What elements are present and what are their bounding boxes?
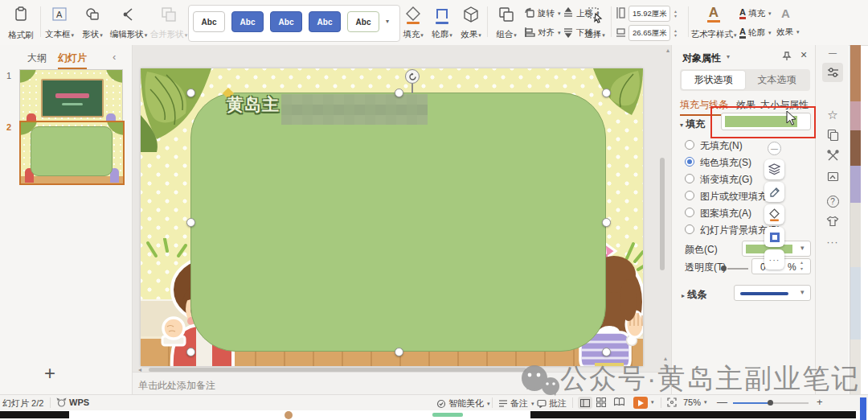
selected-shape[interactable] — [190, 93, 606, 352]
shape-width-field[interactable]: 26.65厘米 ▴▾ — [616, 25, 677, 41]
floating-toolbar-collapse-button[interactable]: — — [768, 142, 781, 155]
floating-more-button[interactable]: ··· — [764, 249, 784, 270]
shape-style-1[interactable]: Abc — [193, 11, 225, 32]
zoom-out-button[interactable]: — — [717, 396, 727, 408]
hscroll-left-icon[interactable]: ◂ — [138, 366, 141, 373]
slideshow-play-button[interactable] — [633, 397, 648, 409]
more-strip-icon[interactable]: ··· — [816, 237, 850, 248]
slide-title-text[interactable]: 黄岛主 — [227, 93, 280, 116]
selection-handle-top-mid[interactable] — [395, 89, 403, 97]
tab-slides[interactable]: 幻灯片 — [58, 51, 87, 69]
slide-editing-area[interactable]: 黄岛主 — [141, 68, 643, 366]
editing-canvas[interactable]: 黄岛主 — ··· ▴ ▴▾ — [133, 45, 671, 372]
view-reading-button[interactable] — [614, 397, 624, 408]
selection-handle-top-right[interactable] — [602, 89, 611, 97]
slide-thumbnail-2-selected[interactable] — [19, 121, 125, 185]
align-button[interactable]: 对齐▾ — [524, 27, 561, 39]
radio-solid-fill-label[interactable]: 纯色填充(S) — [700, 156, 751, 170]
radio-gradient-fill-label[interactable]: 渐变填充(G) — [700, 173, 752, 187]
zoom-slider-track[interactable] — [770, 402, 809, 404]
radio-no-fill-label[interactable]: 无填充(N) — [700, 139, 743, 153]
transparency-spinner[interactable]: ▴▾ — [800, 259, 803, 272]
rotate-handle[interactable] — [405, 69, 420, 84]
radio-pattern-fill-label[interactable]: 图案填充(A) — [700, 207, 751, 220]
scroll-up-icon[interactable]: ▴ — [666, 47, 669, 54]
divider — [487, 6, 488, 37]
selection-handle-top-left[interactable] — [186, 89, 195, 97]
selection-handle-left-mid[interactable] — [186, 218, 195, 227]
help-strip-icon[interactable]: ? — [816, 193, 850, 208]
floating-layers-button[interactable] — [764, 159, 784, 179]
skin-strip-icon[interactable] — [816, 216, 850, 230]
floating-fill-button[interactable] — [764, 204, 784, 224]
selection-handle-bottom-left[interactable] — [186, 348, 195, 356]
zoom-slider-handle[interactable] — [768, 400, 773, 406]
text-box-button[interactable]: A 文本框▾ — [42, 3, 77, 42]
radio-slide-background-fill[interactable] — [685, 224, 694, 234]
collapse-sidebar-icon[interactable]: ‹ — [113, 51, 116, 63]
floating-outline-button[interactable] — [764, 227, 784, 247]
star-strip-icon[interactable]: ☆ — [816, 108, 850, 122]
view-normal-button[interactable] — [578, 397, 592, 409]
zoom-in-button[interactable]: + — [817, 396, 823, 408]
radio-picture-texture-fill[interactable] — [685, 191, 694, 200]
wps-badge[interactable]: WPS — [56, 397, 89, 407]
edit-shape-button[interactable]: 编辑形状▾ — [108, 3, 149, 42]
shape-style-3[interactable]: Abc — [270, 11, 302, 32]
selection-handle-bottom-mid[interactable] — [395, 348, 403, 356]
shape-effects-button[interactable]: 效果▾ — [457, 3, 485, 42]
tab-shape-options[interactable]: 形状选项 — [682, 71, 745, 89]
radio-pattern-fill[interactable] — [685, 208, 694, 217]
transparency-slider-handle[interactable] — [721, 266, 727, 271]
line-section-header[interactable]: ▸ 线条 — [682, 288, 706, 302]
height-spinner[interactable]: ▴▾ — [674, 9, 677, 19]
shape-fill-button[interactable]: 填充▾ — [399, 3, 428, 42]
gallery-expand-icon[interactable]: ▾ — [386, 18, 389, 25]
shape-style-5[interactable]: Abc — [347, 11, 379, 32]
copy-strip-icon[interactable] — [816, 129, 850, 144]
zoom-slider-track-filled[interactable] — [733, 402, 770, 404]
select-button[interactable]: 选择▾ — [580, 3, 609, 42]
tools-strip-icon[interactable] — [816, 150, 850, 165]
tab-text-options[interactable]: 文本选项 — [745, 71, 809, 89]
shape-style-4[interactable]: Abc — [309, 11, 341, 32]
vertical-scrollbar-thumb[interactable] — [660, 158, 665, 270]
shape-style-2[interactable]: Abc — [231, 11, 264, 32]
format-painter-button[interactable]: 格式刷 — [3, 3, 39, 42]
play-options-caret-icon[interactable]: ▾ — [651, 399, 654, 406]
fit-window-button[interactable] — [667, 397, 677, 409]
transparency-slider-track[interactable] — [727, 268, 748, 270]
slide-counter: 幻灯片 2/2 — [2, 397, 43, 410]
close-panel-icon[interactable]: × — [800, 48, 807, 61]
floating-edit-pen-button[interactable] — [764, 182, 784, 202]
shape-height-field[interactable]: 15.92厘米 ▴▾ — [616, 6, 677, 22]
radio-gradient-fill[interactable] — [685, 174, 694, 183]
selection-handle-bottom-right[interactable] — [602, 348, 611, 356]
notes-placeholder[interactable]: 单击此处添加备注 — [138, 379, 215, 393]
width-spinner[interactable]: ▴▾ — [674, 28, 677, 38]
fill-section-header[interactable]: ▾ 填充 — [680, 117, 705, 131]
line-style-dropdown[interactable]: ▾ — [734, 285, 811, 301]
frame-strip-icon[interactable] — [816, 171, 850, 186]
wordart-fill-button[interactable]: A 填充▾ — [739, 7, 771, 19]
add-slide-button[interactable]: + — [44, 362, 55, 385]
properties-strip-button-active[interactable] — [822, 63, 843, 82]
radio-solid-fill-selected[interactable] — [685, 157, 694, 167]
smart-beautify-button[interactable]: 智能美化 ▾ — [436, 397, 490, 410]
horizontal-scrollbar-thumb[interactable] — [149, 368, 526, 372]
wordart-style-button[interactable]: A 艺术字样式▾ — [691, 3, 736, 42]
selection-handle-right-mid[interactable] — [602, 218, 611, 227]
wordart-effects-button[interactable]: 效果▾ — [776, 27, 800, 38]
shapes-button[interactable]: 形状▾ — [77, 3, 108, 42]
group-button[interactable]: 组合▾ — [490, 3, 522, 42]
collapse-strip-icon[interactable]: — — [816, 48, 850, 57]
tab-outline[interactable]: 大纲 — [27, 51, 47, 65]
view-sorter-button[interactable] — [596, 397, 606, 409]
rotate-button[interactable]: 旋转▾ — [524, 7, 561, 20]
shape-outline-button[interactable]: 轮廓▾ — [428, 3, 457, 42]
panel-title-caret-icon[interactable]: ▾ — [727, 53, 730, 60]
zoom-level[interactable]: 75%▾ — [683, 397, 707, 407]
pin-panel-icon[interactable] — [781, 51, 792, 64]
wordart-outline-button[interactable]: A 轮廓▾ — [739, 27, 771, 39]
radio-no-fill[interactable] — [685, 140, 694, 150]
